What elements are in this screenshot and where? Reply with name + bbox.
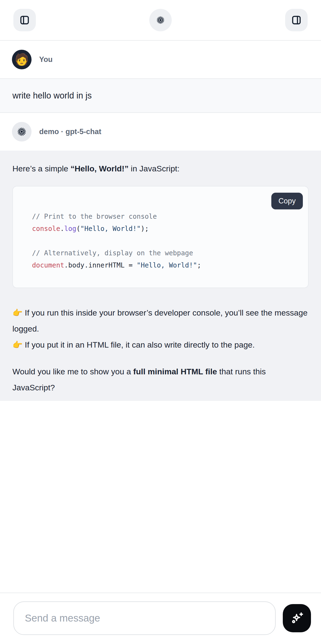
chat-app: 🧑 You write hello world in js xyxy=(0,0,321,644)
code-content: // Print to the browser consoleconsole.l… xyxy=(13,186,308,288)
assistant-tips-text: 👉 If you run this inside your browser’s … xyxy=(12,305,309,353)
user-avatar-emoji: 🧑 xyxy=(14,54,29,65)
assistant-question-text: Would you like me to show you a full min… xyxy=(12,364,309,396)
assistant-avatar xyxy=(12,122,31,142)
code-block: Copy // Print to the browser consolecons… xyxy=(12,186,309,288)
starburst-icon xyxy=(156,16,165,24)
assistant-intro-text: Here’s a simple “Hello, World!” in JavaS… xyxy=(12,162,309,174)
starburst-icon xyxy=(17,127,26,136)
top-bar xyxy=(0,0,321,41)
app-logo-button[interactable] xyxy=(149,9,172,31)
composer-bar xyxy=(0,592,321,644)
toggle-left-sidebar-button[interactable] xyxy=(13,9,36,31)
send-button[interactable] xyxy=(283,604,311,632)
copy-button[interactable]: Copy xyxy=(271,193,303,210)
user-avatar: 🧑 xyxy=(12,50,31,69)
user-message-header: 🧑 You xyxy=(0,41,321,78)
user-message-text: write hello world in js xyxy=(0,78,321,113)
user-message: 🧑 You write hello world in js xyxy=(0,41,321,113)
assistant-message: demo · gpt-5-chat Here’s a simple “Hello… xyxy=(0,113,321,401)
message-input[interactable] xyxy=(13,602,276,635)
panel-left-icon xyxy=(19,15,30,25)
assistant-author-label: demo · gpt-5-chat xyxy=(39,128,101,136)
user-author-label: You xyxy=(39,55,52,64)
toggle-right-panel-button[interactable] xyxy=(285,9,308,31)
sparkles-icon xyxy=(289,610,305,626)
assistant-message-body: Here’s a simple “Hello, World!” in JavaS… xyxy=(0,150,321,401)
assistant-message-header: demo · gpt-5-chat xyxy=(0,113,321,150)
panel-right-icon xyxy=(291,15,302,25)
